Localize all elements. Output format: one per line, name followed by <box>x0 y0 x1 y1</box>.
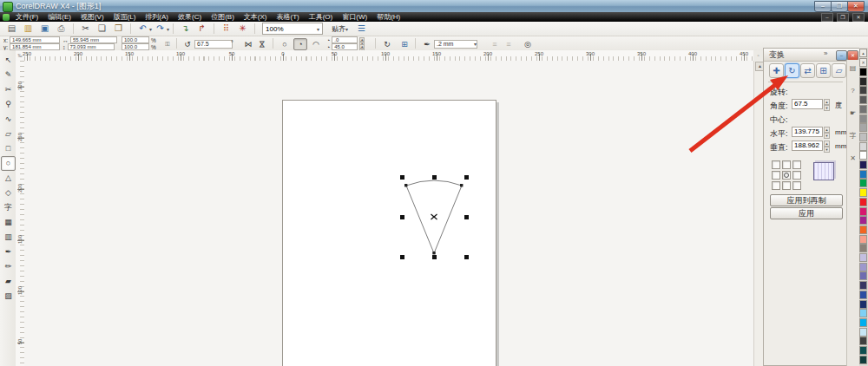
menu-item-1[interactable]: 文件(F) <box>16 12 38 22</box>
redo-icon[interactable]: ↷ <box>153 22 168 36</box>
lock-ratio-icon[interactable]: ⚿ <box>161 38 174 50</box>
welcome-icon[interactable]: ✳ <box>235 22 250 36</box>
doc-minimize-button[interactable]: – <box>821 13 833 22</box>
zoom-tool[interactable]: ⚲ <box>1 97 16 112</box>
pick-tool[interactable]: ↖ <box>1 53 16 68</box>
color-swatch-28[interactable] <box>859 318 867 327</box>
wrap-text-button[interactable]: ≡ <box>488 38 502 50</box>
interactive-fill-tool[interactable]: ▨ <box>1 289 16 304</box>
freehand-tool[interactable]: ∿ <box>1 112 16 127</box>
color-swatch-3[interactable] <box>859 86 867 95</box>
chevron-down-icon[interactable]: ▾ <box>474 41 477 47</box>
change-direction-button[interactable]: ↻ <box>380 38 394 50</box>
transform-scale-mirror-button[interactable]: ⇄ <box>800 63 815 78</box>
mirror-vertical-icon[interactable]: ⋈ <box>256 37 268 51</box>
menu-item-2[interactable]: 编辑(E) <box>48 12 71 22</box>
rectangle-tool[interactable]: □ <box>1 141 16 156</box>
close-button[interactable]: ✕ <box>847 1 865 12</box>
color-swatch-22[interactable] <box>859 263 867 271</box>
color-swatch-10[interactable] <box>859 151 867 160</box>
blend-tool[interactable]: ▥ <box>1 230 16 245</box>
center-vertical-field[interactable]: 188.962 <box>792 141 823 151</box>
color-swatch-29[interactable] <box>859 328 867 337</box>
arc-mode-button[interactable]: ◠ <box>309 38 323 50</box>
snap-to-menu[interactable]: 贴齐 ▾ <box>332 24 348 34</box>
docker-chevron-icon[interactable]: » <box>824 49 827 57</box>
transform-position-button[interactable]: ✚ <box>769 63 784 78</box>
scale-y-field[interactable]: 100.0 <box>122 43 149 50</box>
anchor-cell-2-1[interactable] <box>782 181 791 190</box>
color-swatch-30[interactable] <box>859 337 867 345</box>
color-swatch-19[interactable] <box>859 235 867 244</box>
settings-icon[interactable]: ◎ <box>521 38 535 50</box>
outline-width-select[interactable]: .2 mm <box>434 40 477 49</box>
docker-tab-hand[interactable]: ☛ <box>848 108 858 119</box>
object-height-field[interactable]: 73.093 mm <box>68 43 115 50</box>
crop-tool[interactable]: ✂ <box>1 82 16 97</box>
color-swatch-16[interactable] <box>859 207 867 216</box>
ellipse-tool[interactable]: ○ <box>1 156 16 171</box>
wrap-text-alt-button[interactable]: ≡ <box>502 38 516 50</box>
color-swatch-18[interactable] <box>859 225 867 234</box>
color-swatch-4[interactable] <box>859 95 867 104</box>
anchor-cell-1-1[interactable] <box>782 171 791 180</box>
end-angle-field[interactable]: 45.0 <box>332 43 358 50</box>
anchor-cell-1-0[interactable] <box>772 171 780 180</box>
doc-close-button[interactable]: ✕ <box>852 13 865 22</box>
menu-item-7[interactable]: 位图(B) <box>211 12 234 22</box>
angle-spinner[interactable]: ▲▼ <box>824 99 830 109</box>
export-icon[interactable]: ↱ <box>194 22 209 36</box>
color-swatch-23[interactable] <box>859 271 867 280</box>
cut-icon[interactable]: ✂ <box>78 22 93 36</box>
color-swatch-32[interactable] <box>859 356 867 364</box>
anchor-cell-0-1[interactable] <box>782 160 791 169</box>
apply-button[interactable]: 应用 <box>770 207 843 219</box>
center-horizontal-field[interactable]: 139.775 <box>792 127 823 137</box>
pie-mode-button[interactable]: ◔ <box>293 38 307 50</box>
color-swatch-1[interactable] <box>859 68 867 76</box>
basic-shapes-tool[interactable]: ◇ <box>1 186 16 200</box>
docker-tab-hints[interactable]: ? <box>848 86 858 96</box>
eyedropper-tool[interactable]: ✒ <box>1 245 16 259</box>
color-swatch-13[interactable] <box>859 179 867 187</box>
color-swatch-8[interactable] <box>859 133 867 141</box>
palette-close-icon[interactable]: ✕ <box>859 58 867 67</box>
rotation-angle-field[interactable]: 67.5 <box>194 40 233 49</box>
vertical-spinner[interactable]: ▲▼ <box>824 141 830 151</box>
color-swatch-12[interactable] <box>859 170 867 179</box>
minimize-button[interactable]: – <box>814 1 832 12</box>
import-icon[interactable]: ↴ <box>178 22 193 36</box>
menu-item-3[interactable]: 视图(V) <box>81 12 104 22</box>
color-swatch-31[interactable] <box>859 346 867 355</box>
palette-scroll-up-icon[interactable]: ▴ <box>859 49 867 57</box>
outline-pen-tool[interactable]: ✏ <box>1 259 16 274</box>
menu-item-11[interactable]: 窗口(W) <box>342 12 367 22</box>
color-swatch-6[interactable] <box>859 114 867 123</box>
scale-x-field[interactable]: 100.0 <box>122 36 149 43</box>
chevron-down-icon[interactable]: ▾ <box>167 26 169 32</box>
x-position-field[interactable]: 149.665 mm <box>10 36 60 43</box>
chevron-down-icon[interactable]: ▾ <box>149 26 152 32</box>
angle-field[interactable]: 67.5 <box>792 99 823 109</box>
document-page[interactable] <box>282 100 496 366</box>
color-swatch-7[interactable] <box>859 123 867 132</box>
transform-rotate-button[interactable]: ↻ <box>785 63 799 78</box>
polygon-tool[interactable]: △ <box>1 171 16 186</box>
y-position-field[interactable]: 181.854 mm <box>10 43 60 50</box>
transform-size-button[interactable]: ⊞ <box>816 63 831 78</box>
docker-tab-transform[interactable]: ▤ <box>848 63 858 74</box>
maximize-button[interactable]: ❐ <box>831 1 848 12</box>
color-swatch-5[interactable] <box>859 105 867 114</box>
color-swatch-27[interactable] <box>859 309 867 317</box>
menu-item-9[interactable]: 表格(T) <box>276 12 299 22</box>
color-swatch-11[interactable] <box>859 160 867 169</box>
undo-icon[interactable]: ↶ <box>135 22 150 36</box>
save-icon[interactable]: ▣ <box>37 22 52 36</box>
copy-icon[interactable]: ❏ <box>95 22 109 36</box>
color-swatch-26[interactable] <box>859 300 867 309</box>
new-icon[interactable]: ▤ <box>4 22 19 36</box>
drawing-canvas[interactable] <box>24 61 753 366</box>
horizontal-spinner[interactable]: ▲▼ <box>824 127 830 137</box>
apply-to-duplicate-button[interactable]: 应用到再制 <box>770 194 843 206</box>
doc-restore-button[interactable]: ❐ <box>837 13 849 22</box>
